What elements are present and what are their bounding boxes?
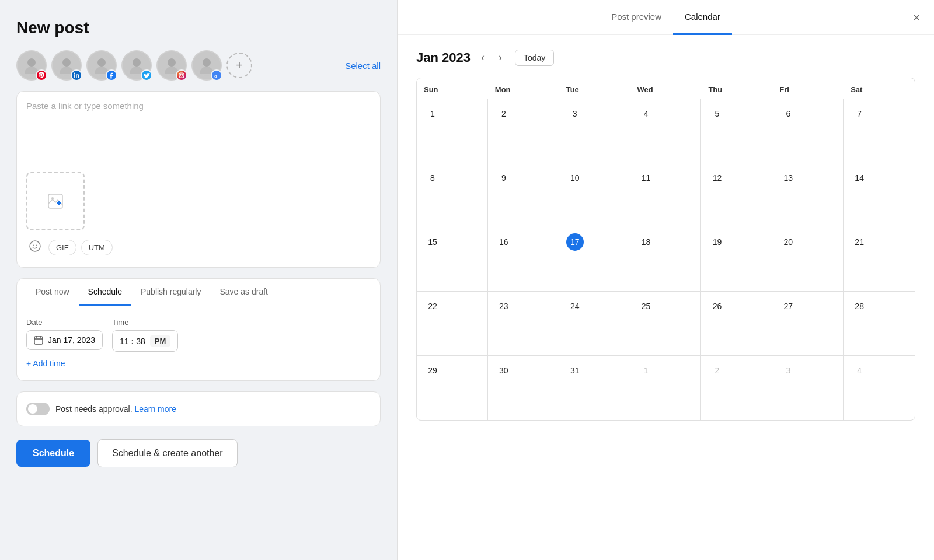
cal-cell-w5-d7[interactable]: 4 <box>844 356 915 420</box>
cal-day-num-2: 2 <box>708 362 726 379</box>
cal-cell-w2-d5[interactable]: 12 <box>701 163 772 227</box>
cal-cell-w5-d3[interactable]: 31 <box>559 356 630 420</box>
approval-text: Post needs approval. Learn more <box>55 404 176 414</box>
calendar-container: Jan 2023 ‹ › Today Sun Mon Tue Wed Thu F… <box>398 35 934 560</box>
approval-text-content: Post needs approval. <box>55 404 133 414</box>
tab-publish-regularly[interactable]: Publish regularly <box>131 279 211 306</box>
compose-textarea[interactable] <box>26 101 371 165</box>
account-instagram[interactable] <box>156 50 187 80</box>
cal-cell-w4-d1[interactable]: 22 <box>417 292 488 355</box>
svg-text:g: g <box>214 74 217 79</box>
account-facebook[interactable] <box>86 50 117 80</box>
cal-cell-w1-d6[interactable]: 6 <box>772 99 844 163</box>
cal-cell-w5-d1[interactable]: 29 <box>417 356 488 420</box>
cal-cell-w1-d1[interactable]: 1 <box>417 99 488 163</box>
cal-cell-w4-d2[interactable]: 23 <box>488 292 559 355</box>
account-linkedin[interactable] <box>51 50 82 80</box>
today-button[interactable]: Today <box>515 50 554 66</box>
cal-cell-w4-d7[interactable]: 28 <box>844 292 915 355</box>
bottom-actions: Schedule Schedule & create another <box>16 439 381 467</box>
cal-cell-w3-d3[interactable]: 17 <box>559 228 630 291</box>
cal-cell-w4-d4[interactable]: 25 <box>630 292 702 355</box>
learn-more-link[interactable]: Learn more <box>134 404 176 414</box>
ampm-button[interactable]: PM <box>150 335 171 346</box>
date-value: Jan 17, 2023 <box>48 335 95 345</box>
add-account-button[interactable]: + <box>226 52 252 78</box>
cal-cell-w2-d3[interactable]: 10 <box>559 163 630 227</box>
calendar-nav: Jan 2023 ‹ › Today <box>416 49 915 66</box>
cal-day-num-26: 26 <box>708 298 726 315</box>
cal-cell-w1-d7[interactable]: 7 <box>844 99 915 163</box>
tab-post-now[interactable]: Post now <box>26 279 79 306</box>
media-upload-button[interactable] <box>26 172 85 230</box>
cal-cell-w5-d4[interactable]: 1 <box>630 356 702 420</box>
account-pinterest[interactable] <box>16 50 47 80</box>
cal-cell-w5-d5[interactable]: 2 <box>701 356 772 420</box>
next-month-button[interactable]: › <box>495 49 506 66</box>
svg-point-5 <box>97 58 106 66</box>
date-input[interactable]: Jan 17, 2023 <box>26 330 103 350</box>
emoji-button[interactable] <box>26 237 44 258</box>
svg-point-14 <box>203 58 211 66</box>
tab-schedule[interactable]: Schedule <box>79 279 131 306</box>
calendar-grid: Sun Mon Tue Wed Thu Fri Sat 123456789101… <box>416 78 915 421</box>
cal-day-num-25: 25 <box>637 298 655 315</box>
cal-cell-w1-d4[interactable]: 4 <box>630 99 702 163</box>
cal-cell-w3-d1[interactable]: 15 <box>417 228 488 291</box>
cal-cell-w2-d6[interactable]: 13 <box>772 163 844 227</box>
cal-day-num-7: 7 <box>851 105 868 123</box>
schedule-create-another-button[interactable]: Schedule & create another <box>97 439 237 467</box>
cal-cell-w2-d2[interactable]: 9 <box>488 163 559 227</box>
cal-cell-w4-d6[interactable]: 27 <box>772 292 844 355</box>
cal-cell-w1-d2[interactable]: 2 <box>488 99 559 163</box>
cal-cell-w5-d6[interactable]: 3 <box>772 356 844 420</box>
cal-week-3: 15161718192021 <box>417 228 915 292</box>
utm-button[interactable]: UTM <box>81 240 113 256</box>
schedule-button[interactable]: Schedule <box>16 440 90 467</box>
cal-cell-w3-d6[interactable]: 20 <box>772 228 844 291</box>
select-all-button[interactable]: Select all <box>345 61 381 71</box>
svg-point-3 <box>62 58 71 66</box>
cal-cell-w3-d4[interactable]: 18 <box>630 228 702 291</box>
cal-cell-w4-d3[interactable]: 24 <box>559 292 630 355</box>
pinterest-badge <box>36 69 47 81</box>
account-google[interactable]: g <box>191 50 222 80</box>
cal-cell-w4-d5[interactable]: 26 <box>701 292 772 355</box>
cal-day-num-14: 14 <box>851 169 868 187</box>
cal-header-sun: Sun <box>417 78 488 99</box>
cal-day-num-12: 12 <box>708 169 726 187</box>
tab-save-as-draft[interactable]: Save as draft <box>210 279 277 306</box>
cal-header-mon: Mon <box>488 78 559 99</box>
cal-week-2: 891011121314 <box>417 163 915 228</box>
compose-box: GIF UTM <box>16 91 381 268</box>
cal-cell-w1-d5[interactable]: 5 <box>701 99 772 163</box>
date-label: Date <box>26 318 103 327</box>
add-time-button[interactable]: + Add time <box>26 359 65 368</box>
svg-rect-21 <box>34 337 43 344</box>
close-button[interactable]: × <box>913 12 920 23</box>
cal-cell-w5-d2[interactable]: 30 <box>488 356 559 420</box>
tab-post-preview[interactable]: Post preview <box>600 0 673 35</box>
cal-cell-w2-d1[interactable]: 8 <box>417 163 488 227</box>
gif-button[interactable]: GIF <box>48 240 76 256</box>
cal-cell-w2-d7[interactable]: 14 <box>844 163 915 227</box>
approval-toggle[interactable] <box>26 402 50 415</box>
cal-cell-w1-d3[interactable]: 3 <box>559 99 630 163</box>
cal-week-1: 1234567 <box>417 99 915 163</box>
linkedin-badge <box>71 69 82 81</box>
svg-point-1 <box>27 58 36 66</box>
account-twitter[interactable] <box>121 50 152 80</box>
cal-cell-w2-d4[interactable]: 11 <box>630 163 702 227</box>
tab-calendar[interactable]: Calendar <box>673 0 732 35</box>
time-label: Time <box>112 318 178 327</box>
cal-cell-w3-d2[interactable]: 16 <box>488 228 559 291</box>
cal-cell-w3-d7[interactable]: 21 <box>844 228 915 291</box>
cal-day-num-10: 10 <box>566 169 584 187</box>
cal-cell-w3-d5[interactable]: 19 <box>701 228 772 291</box>
cal-day-num-30: 30 <box>495 362 513 379</box>
date-time-row: Date Jan 17, 2023 Time 11 : 38 PM <box>26 318 371 352</box>
time-input[interactable]: 11 : 38 PM <box>112 330 178 352</box>
time-minute: 38 <box>136 337 145 346</box>
cal-header-sat: Sat <box>844 78 915 99</box>
prev-month-button[interactable]: ‹ <box>478 49 488 66</box>
